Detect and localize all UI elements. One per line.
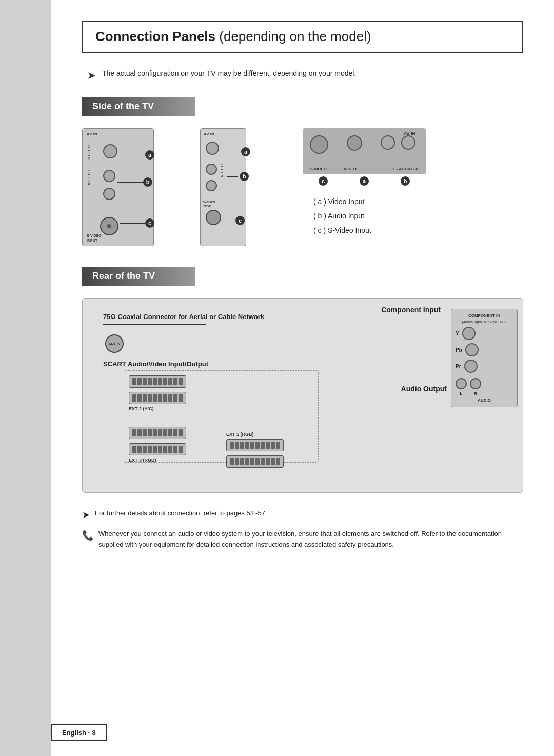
scart-label: SCART Audio/Video Input/Output <box>103 360 208 368</box>
audio-lr-label: L - AUDIO - R <box>393 167 419 171</box>
scart-ext1: EXT 1 (RGB) <box>226 432 284 468</box>
ant-in-circle: ANT IN <box>105 334 124 353</box>
video-label-3: VIDEO <box>344 167 357 171</box>
comp-y-conn <box>462 327 476 340</box>
note-row-2: 📞 Whenever you connect an audio or video… <box>82 529 523 550</box>
scart-ext3: EXT 3 (RGB) <box>129 427 186 463</box>
panel3-group: AV IN S-VIDEO VIDEO L - AUDIO - R <box>303 128 446 244</box>
section-header-rear: Rear of the TV <box>82 267 195 286</box>
comp-pb-conn <box>465 343 479 356</box>
label-a3: a <box>360 176 369 186</box>
side-tv-section: Side of the TV AV IN VIDEO <box>82 97 523 246</box>
scart-ext2: EXT 2 (Y/C) <box>129 375 186 411</box>
component-area: COMPONENT IN (480i/480p/576i/576p/1080i)… <box>451 309 518 407</box>
label-a: a <box>145 150 154 160</box>
footer: English - 8 <box>51 724 107 741</box>
audio-lr-area: L R <box>456 378 513 396</box>
ext1-label: EXT 1 (RGB) <box>226 432 284 437</box>
audio-vert-2: AUDIO <box>220 164 224 180</box>
component-in-label: COMPONENT IN <box>456 313 513 318</box>
panel1-wrap: AV IN VIDEO a <box>82 128 185 246</box>
audio-connector-bottom <box>103 188 115 200</box>
tv-panel-2: AV IN a AUDIO <box>200 128 246 246</box>
ann-b2: b <box>227 172 249 181</box>
annotation-a-row: a <box>120 150 154 160</box>
bottom-notes: ➤ For further details about connection, … <box>82 508 523 550</box>
audio-l-label: L <box>460 391 463 396</box>
info-a: ( a ) Video Input <box>313 194 436 209</box>
note-2-text: Whenever you connect an audio or video s… <box>98 529 523 550</box>
svideo-conn-2 <box>206 210 221 225</box>
conn-audio-r <box>401 135 416 150</box>
ann-c2: c <box>223 216 245 225</box>
arrow-note: ➤ The actual configuration on your TV ma… <box>82 68 523 82</box>
label-b2: b <box>240 172 249 181</box>
rear-diagram: 75Ω Coaxial Connector for Aerial or Cabl… <box>82 298 523 493</box>
tv-panel-1: AV IN VIDEO a <box>82 128 154 246</box>
audio-output-label: Audio Output <box>401 385 447 393</box>
tv-panel-3: AV IN S-VIDEO VIDEO L - AUDIO - R <box>303 128 426 174</box>
audio-label-comp: AUDIO <box>456 398 513 403</box>
connector-2b-1 <box>206 164 217 175</box>
component-label-line <box>440 312 447 312</box>
page: Connection Panels (depending on the mode… <box>0 0 554 756</box>
comp-pr-conn <box>464 360 478 373</box>
svideo-connector <box>100 217 118 235</box>
av-in-label-2: AV IN <box>204 132 214 136</box>
audio-r-label: R <box>474 391 477 396</box>
comp-pr-row: Pr <box>456 360 513 373</box>
panel2-wrap: AV IN a AUDIO <box>200 128 287 246</box>
video-connector <box>103 144 117 158</box>
label-c2: c <box>235 216 245 225</box>
main-content: Connection Panels (depending on the mode… <box>51 0 554 579</box>
comp-pb-row: Pb <box>456 343 513 356</box>
comp-pb-label: Pb <box>456 347 462 353</box>
panel3-annotations: c a b <box>303 174 426 188</box>
audio-l-conn <box>456 378 467 389</box>
audio-r-conn <box>470 378 481 389</box>
ext3-label: EXT 3 (RGB) <box>129 457 186 463</box>
label-a2: a <box>241 147 250 156</box>
page-title: Connection Panels (depending on the mode… <box>95 29 510 45</box>
label-c3: c <box>319 176 328 186</box>
footer-text: English - 8 <box>62 729 96 737</box>
svideo-sub-label: S-VIDEOINPUT <box>203 201 215 208</box>
conn-video-3 <box>347 135 362 151</box>
connector-2a <box>206 142 219 155</box>
component-input-floating-label: Component Input <box>381 306 441 314</box>
ann-a2: a <box>221 147 250 156</box>
note-row-1: ➤ For further details about connection, … <box>82 508 523 521</box>
annotation-c-row: c <box>120 218 154 228</box>
annotation-b-row: b <box>117 177 152 187</box>
component-sub: (480i/480p/576i/576p/1080i) <box>456 320 513 324</box>
info-box: ( a ) Video Input ( b ) Audio Input ( c … <box>303 188 446 244</box>
label-c: c <box>145 218 154 228</box>
arrow-icon: ➤ <box>87 69 96 82</box>
conn-audio-l <box>381 135 395 150</box>
conn-svideo-3 <box>310 135 328 154</box>
note-text: The actual configuration on your TV may … <box>102 68 356 79</box>
section-header-side: Side of the TV <box>82 97 195 116</box>
comp-pr-label: Pr <box>456 364 461 369</box>
svideo-label: S-VIDEOINPUT <box>87 234 102 243</box>
comp-y-row: Y <box>456 327 513 340</box>
info-b: ( b ) Audio Input <box>313 209 436 223</box>
audio-label: AUDIO <box>87 170 91 187</box>
label-b3: b <box>401 176 410 186</box>
left-sidebar <box>0 0 51 756</box>
title-box: Connection Panels (depending on the mode… <box>82 21 523 53</box>
video-label: VIDEO <box>87 144 91 162</box>
side-diagrams: AV IN VIDEO a <box>82 128 523 246</box>
label-b: b <box>143 177 152 187</box>
connector-2b-2 <box>206 180 217 191</box>
comp-y-label: Y <box>456 331 459 336</box>
phone-icon: 📞 <box>82 530 93 541</box>
coaxial-line <box>103 324 206 325</box>
info-c: ( c ) S-Video Input <box>313 223 436 237</box>
audio-connector-top <box>103 170 115 182</box>
ext2-label: EXT 2 (Y/C) <box>129 406 186 411</box>
av-in-label: AV IN <box>87 132 97 136</box>
svideo-label-3: S-VIDEO <box>310 167 327 171</box>
audio-output-line <box>446 390 453 390</box>
arrow-icon-2: ➤ <box>82 509 90 521</box>
